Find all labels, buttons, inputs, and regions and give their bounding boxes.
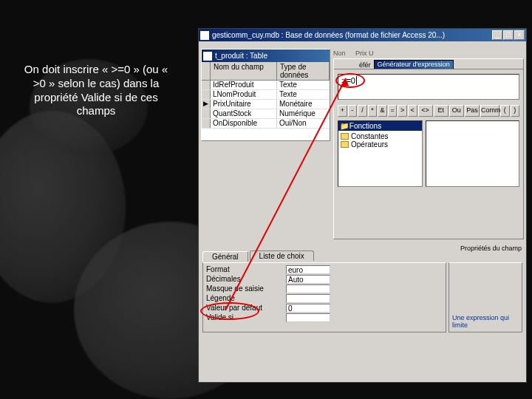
function-tree[interactable]: 📁 Fonctions ConstantesOpérateurs (338, 120, 423, 187)
property-hint: Une expression qui limite (449, 262, 522, 332)
op-button[interactable]: + (338, 105, 347, 117)
field-row[interactable]: LNomProduitTexte (202, 90, 330, 100)
field-row[interactable]: OnDisponibleOui/Non (202, 119, 330, 129)
op-button[interactable]: & (378, 105, 387, 117)
tree-item[interactable]: Opérateurs (340, 140, 420, 149)
expression-builder-pane: éfér Générateur d'expression >=0 +-/*&=>… (333, 58, 524, 239)
table-titlebar: t_produit : Table (202, 50, 330, 62)
expression-value: >=0 (341, 76, 355, 85)
tree-item[interactable]: Constantes (340, 132, 420, 140)
property-row[interactable]: Formateuro (205, 265, 444, 274)
operator-toolbar: +-/*&=><<>EtOuPasComme() (338, 105, 519, 117)
op-button[interactable]: Comme (480, 105, 499, 117)
tree-detail[interactable] (426, 120, 519, 187)
table-icon (203, 52, 212, 61)
field-properties: FormateuroDécimalesAutoMasque de saisieL… (202, 262, 446, 332)
property-tabs: Général Liste de choix (202, 250, 316, 261)
op-button[interactable]: = (388, 105, 398, 117)
access-main-window: gesticomm_cuy.mdb : Base de données (for… (198, 28, 527, 383)
property-row[interactable]: Masque de saisie (205, 284, 444, 293)
field-row[interactable]: IdRefProduitTexte (202, 81, 330, 90)
op-button[interactable]: <> (418, 105, 433, 117)
instruction-annotation: On doit inscrire « >=0 » (ou « >0 » selo… (22, 63, 170, 118)
property-row[interactable]: Valeur par défaut0 (205, 303, 444, 313)
field-row[interactable]: ▶PrixUnitaireMonétaire (202, 100, 330, 109)
op-button[interactable]: / (358, 105, 367, 117)
table-design-window: t_produit : Table Nom du champ Type de d… (201, 49, 330, 141)
main-titlebar: gesticomm_cuy.mdb : Base de données (for… (199, 29, 526, 41)
tab-list[interactable]: Liste de choix (250, 250, 314, 261)
op-button[interactable]: Et (434, 105, 449, 117)
property-row[interactable]: Valide si (205, 313, 444, 322)
op-button[interactable]: Pas (465, 105, 480, 117)
op-button[interactable]: ( (500, 105, 510, 117)
expression-input[interactable]: >=0 (338, 74, 519, 100)
main-title: gesticomm_cuy.mdb : Base de données (for… (212, 31, 492, 39)
col-field-type: Type de données (277, 62, 330, 80)
property-row[interactable]: Légende (205, 293, 444, 303)
folder-icon (341, 141, 349, 148)
property-row[interactable]: DécimalesAuto (205, 274, 444, 284)
op-button[interactable]: ) (511, 105, 520, 117)
op-button[interactable]: < (408, 105, 417, 117)
field-row[interactable]: QuantStockNumérique (202, 109, 330, 119)
op-button[interactable]: - (348, 105, 358, 117)
tab-general[interactable]: Général (202, 251, 248, 262)
table-title: t_produit : Table (215, 52, 328, 60)
maximize-button[interactable]: □ (503, 30, 514, 40)
op-button[interactable]: Ou (449, 105, 464, 117)
tree-header: 📁 Fonctions (338, 121, 422, 131)
col-field-name: Nom du champ (211, 62, 277, 80)
folder-icon (341, 133, 349, 140)
app-icon (200, 31, 209, 40)
field-grid: Nom du champ Type de données IdRefProdui… (202, 62, 330, 140)
op-button[interactable]: > (398, 105, 407, 117)
minimize-button[interactable]: _ (492, 30, 502, 40)
section-label: Propriétés du champ (460, 245, 522, 252)
tab-expression-builder[interactable]: Générateur d'expression (374, 60, 454, 69)
close-button[interactable]: × (514, 30, 525, 40)
op-button[interactable]: * (368, 105, 378, 117)
tab-prefix: éfér (356, 61, 374, 69)
